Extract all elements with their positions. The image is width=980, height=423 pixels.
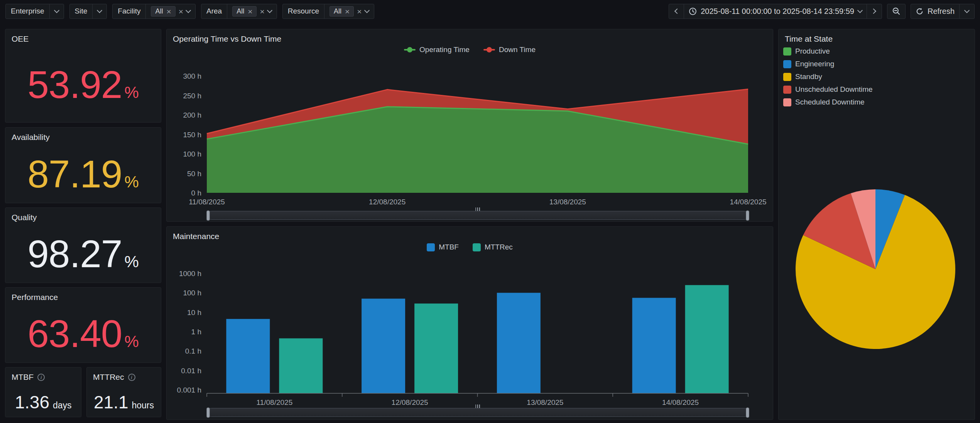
remove-chip-icon[interactable]: × <box>248 7 252 15</box>
svg-text:10 h: 10 h <box>187 308 201 317</box>
svg-text:13/08/2025: 13/08/2025 <box>549 198 586 206</box>
chart-legend: Operating TimeDown Time <box>167 46 773 54</box>
remove-chip-icon[interactable]: × <box>345 7 350 15</box>
time-at-state-panel: Time at State ProductiveEngineeringStand… <box>778 29 975 420</box>
resource-label: Resource <box>283 4 324 19</box>
svg-text:14/08/2025: 14/08/2025 <box>662 398 699 406</box>
svg-text:100 h: 100 h <box>183 150 201 158</box>
zoom-out-button[interactable] <box>887 4 906 19</box>
slider-handle-right[interactable] <box>746 407 749 418</box>
info-icon[interactable] <box>128 374 135 381</box>
svg-text:12/08/2025: 12/08/2025 <box>369 198 406 206</box>
chevron-down-icon <box>857 7 863 13</box>
clock-icon <box>689 7 697 15</box>
datazoom-slider[interactable] <box>207 408 749 417</box>
resource-chip-all[interactable]: All × <box>329 6 354 17</box>
legend-swatch-icon <box>427 243 435 251</box>
legend-label: MTTRec <box>485 243 513 251</box>
chevron-down-icon[interactable] <box>364 7 370 13</box>
chevron-down-icon[interactable] <box>267 7 272 13</box>
clear-selection-icon[interactable]: × <box>179 7 183 15</box>
stat-value: 1.36 <box>15 392 49 413</box>
resource-filter[interactable]: Resource All × × <box>282 4 374 19</box>
area-chip-all[interactable]: All × <box>232 6 257 17</box>
refresh-label: Refresh <box>928 7 955 16</box>
time-range-picker[interactable]: 2025-08-11 00:00:00 to 2025-08-14 23:59:… <box>684 4 867 19</box>
time-controls: 2025-08-11 00:00:00 to 2025-08-14 23:59:… <box>669 4 975 19</box>
clear-selection-icon[interactable]: × <box>357 7 362 15</box>
legend-item[interactable]: Engineering <box>783 60 873 68</box>
svg-text:50 h: 50 h <box>187 170 201 178</box>
chevron-down-icon[interactable] <box>49 4 64 19</box>
slider-grip-icon[interactable] <box>475 404 480 408</box>
chevron-down-icon[interactable] <box>92 4 106 19</box>
facility-filter[interactable]: Facility All × × <box>112 4 196 19</box>
legend-item[interactable]: Unscheduled Downtime <box>783 85 873 94</box>
legend-item[interactable]: Operating Time <box>404 46 470 54</box>
chip-label: All <box>155 7 163 15</box>
slider-handle-right[interactable] <box>746 210 749 221</box>
svg-text:0.1 h: 0.1 h <box>185 347 201 355</box>
legend-swatch-icon <box>783 73 791 81</box>
refresh-button[interactable]: Refresh <box>911 4 960 19</box>
legend-item[interactable]: Down Time <box>483 46 536 54</box>
legend-label: Engineering <box>795 60 834 68</box>
refresh-interval-dropdown[interactable] <box>959 4 975 19</box>
chart-legend: ProductiveEngineeringStandbyUnscheduled … <box>783 47 873 106</box>
enterprise-dropdown[interactable]: Enterprise <box>5 4 64 19</box>
panel-title[interactable]: MTBF <box>12 372 34 382</box>
legend-label: Standby <box>795 72 822 81</box>
area-label: Area <box>201 4 227 19</box>
legend-label: Down Time <box>499 46 536 54</box>
time-back-button[interactable] <box>669 4 684 19</box>
time-forward-button[interactable] <box>867 4 882 19</box>
stat-value: 53.92 <box>27 62 122 107</box>
legend-item[interactable]: Standby <box>783 72 873 81</box>
panel-title[interactable]: Performance <box>5 288 161 302</box>
legend-swatch-icon <box>783 98 791 106</box>
panel-title[interactable]: MTTRec <box>93 372 124 382</box>
mttrec-panel: MTTRec 21.1 hours <box>86 367 161 417</box>
maintenance-chart[interactable]: 0.001 h0.01 h0.1 h1 h10 h100 h1000 h11/0… <box>167 227 773 420</box>
site-dropdown[interactable]: Site <box>69 4 107 19</box>
panel-title[interactable]: Availability <box>5 128 161 142</box>
area-filter[interactable]: Area All × × <box>201 4 277 19</box>
svg-text:11/08/2025: 11/08/2025 <box>189 198 225 206</box>
panel-title[interactable]: OEE <box>5 29 161 44</box>
stat-unit: % <box>124 83 139 102</box>
chip-label: All <box>237 7 244 15</box>
panel-title[interactable]: Quality <box>5 208 161 222</box>
svg-text:1 h: 1 h <box>191 328 201 336</box>
legend-label: Scheduled Downtime <box>795 98 865 106</box>
stat-value: 98.27 <box>27 232 122 276</box>
oee-panel: OEE 53.92 % <box>5 29 161 123</box>
stat-unit: % <box>124 173 139 191</box>
slider-handle-left[interactable] <box>206 210 210 221</box>
legend-swatch-icon <box>783 60 791 68</box>
slider-grip-icon[interactable] <box>475 207 480 211</box>
legend-swatch-icon <box>783 86 791 94</box>
legend-item[interactable]: Productive <box>783 47 873 56</box>
stat-value: 63.40 <box>27 312 122 356</box>
svg-text:300 h: 300 h <box>183 72 201 80</box>
legend-item[interactable]: MTTRec <box>473 243 513 251</box>
operating-time-panel: Operating Time vs Down Time Operating Ti… <box>166 29 773 222</box>
datazoom-slider[interactable] <box>207 211 749 220</box>
svg-text:0.001 h: 0.001 h <box>177 386 201 394</box>
chevron-down-icon[interactable] <box>186 7 191 13</box>
stat-unit: hours <box>132 400 154 411</box>
stat-unit: % <box>124 253 139 271</box>
operating-time-chart[interactable]: 0 h50 h100 h150 h200 h250 h300 h11/08/20… <box>167 29 773 221</box>
stat-value: 87.19 <box>27 152 122 196</box>
legend-item[interactable]: MTBF <box>427 243 459 251</box>
clear-selection-icon[interactable]: × <box>260 7 264 15</box>
slider-handle-left[interactable] <box>206 407 210 418</box>
performance-panel: Performance 63.40 % <box>5 287 161 363</box>
remove-chip-icon[interactable]: × <box>167 7 171 15</box>
facility-chip-all[interactable]: All × <box>151 6 175 17</box>
info-icon[interactable] <box>37 374 45 381</box>
legend-item[interactable]: Scheduled Downtime <box>783 98 873 106</box>
stat-unit: % <box>124 332 139 351</box>
svg-text:0 h: 0 h <box>191 189 201 197</box>
toolbar: Enterprise Site Facility All × × Area Al <box>0 0 980 22</box>
